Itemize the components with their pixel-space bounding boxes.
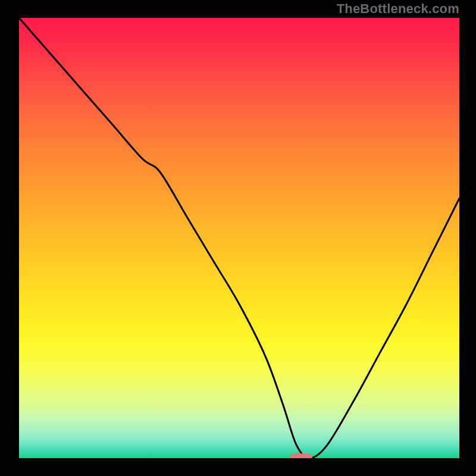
chart-frame: TheBottleneck.com xyxy=(0,0,476,476)
optimal-marker xyxy=(290,453,312,458)
plot-area xyxy=(19,18,459,458)
watermark-text: TheBottleneck.com xyxy=(337,2,459,15)
bottleneck-curve xyxy=(19,18,459,458)
